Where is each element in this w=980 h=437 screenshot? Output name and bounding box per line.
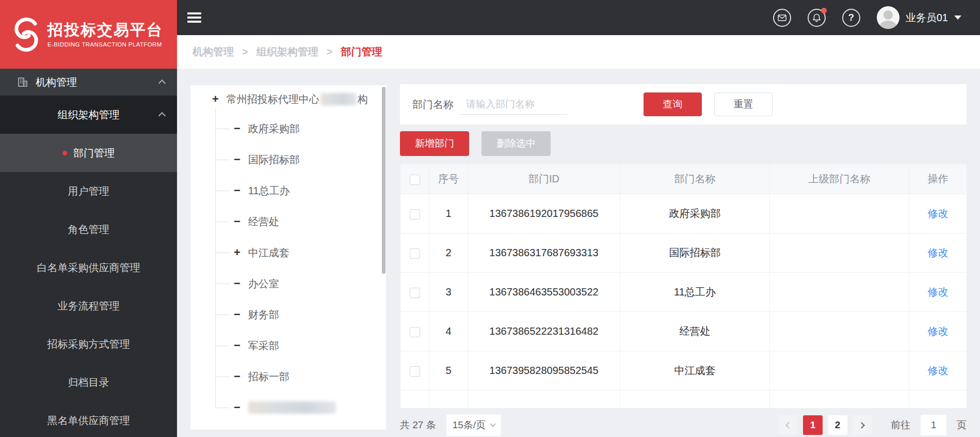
table-row: 41367386522231316482经营处修改 [400, 312, 967, 351]
sidebar-item-label: 用户管理 [68, 184, 109, 198]
tree-root-label-suffix: 构 [358, 92, 368, 106]
tree-root-node[interactable]: + 常州招投标代理中心 构 [190, 85, 386, 113]
tree-scrollbar[interactable] [382, 87, 385, 274]
goto-page-input[interactable] [921, 415, 946, 435]
sidebar-item-archive-catalog[interactable]: 归档目录 [0, 363, 177, 401]
row-checkbox[interactable] [410, 366, 420, 377]
dept-name-input[interactable] [459, 95, 567, 115]
select-all-checkbox[interactable] [410, 175, 420, 185]
mail-icon[interactable] [773, 9, 791, 27]
collapse-icon[interactable]: − [234, 154, 240, 165]
tree-node[interactable]: −招标一部 [215, 361, 386, 392]
table-body: 11367386192017956865政府采购部修改2136738631768… [400, 194, 967, 409]
page-button-2[interactable]: 2 [828, 415, 847, 435]
dept-table: 序号 部门ID 部门名称 上级部门名称 操作 11367386192017956… [400, 164, 967, 408]
topbar: ? 业务员01 [177, 0, 980, 35]
brand-logo-icon [12, 15, 40, 54]
row-checkbox[interactable] [410, 327, 420, 337]
tree-node[interactable]: −经营处 [215, 206, 386, 237]
sidebar-item-label: 部门管理 [73, 146, 115, 160]
reset-button[interactable]: 重置 [714, 92, 773, 116]
cell-dept-name: 11总工办 [620, 273, 770, 312]
page-size-select[interactable]: 15条/页 [446, 414, 501, 436]
edit-link[interactable]: 修改 [928, 365, 949, 376]
sidebar-item-label: 角色管理 [68, 223, 109, 237]
sidebar-item-dept-mgmt[interactable]: 部门管理 [0, 134, 177, 172]
edit-link[interactable]: 修改 [928, 208, 949, 219]
col-header-dept-name: 部门名称 [620, 164, 770, 194]
next-page-button[interactable] [853, 415, 872, 435]
sidebar: 机构管理组织架构管理部门管理用户管理角色管理白名单采购供应商管理业务流程管理招标… [0, 69, 177, 437]
sidebar-item-business-flow-mgmt[interactable]: 业务流程管理 [0, 287, 177, 325]
sidebar-item-label: 白名单采购供应商管理 [37, 261, 140, 275]
collapse-icon[interactable]: − [234, 309, 240, 320]
cell-dept-name: 国际招标部 [620, 233, 770, 273]
chevron-up-icon [158, 80, 166, 87]
page-numbers: 12 [803, 415, 847, 435]
collapse-icon[interactable]: − [234, 278, 240, 289]
sidebar-item-org-mgmt[interactable]: 机构管理 [0, 69, 177, 96]
breadcrumb-separator: > [327, 46, 333, 58]
tree-node[interactable]: +中江成套 [215, 237, 386, 268]
redacted-text [248, 401, 336, 414]
table-row: 3136738646355300352211总工办修改 [400, 273, 967, 312]
row-checkbox[interactable] [410, 209, 420, 220]
edit-link[interactable]: 修改 [928, 325, 949, 337]
tree-node[interactable]: − [215, 392, 386, 423]
tree-node[interactable]: −军采部 [215, 330, 386, 361]
sidebar-item-org-structure-mgmt[interactable]: 组织架构管理 [0, 96, 177, 134]
collapse-icon[interactable]: − [234, 371, 240, 382]
prev-page-button[interactable] [778, 415, 798, 435]
tree-node[interactable]: −政府采购部 [215, 113, 386, 144]
delete-selected-button[interactable]: 删除选中 [481, 131, 551, 156]
user-menu[interactable]: 业务员01 [877, 6, 961, 29]
collapse-icon[interactable]: − [234, 216, 240, 227]
collapse-icon[interactable]: − [234, 402, 240, 413]
cell-parent-dept [770, 194, 909, 233]
edit-link[interactable]: 修改 [928, 286, 949, 298]
sidebar-item-role-mgmt[interactable]: 角色管理 [0, 210, 177, 248]
cell-parent-dept [770, 312, 909, 351]
tree-node-label: 政府采购部 [248, 122, 300, 136]
tree-node[interactable]: −办公室 [215, 268, 386, 299]
pager: 12 前往 页 [778, 415, 967, 435]
collapse-icon[interactable]: − [234, 185, 240, 196]
tree-node[interactable]: −财务部 [215, 299, 386, 330]
page-button-1[interactable]: 1 [803, 415, 823, 435]
sidebar-item-user-mgmt[interactable]: 用户管理 [0, 172, 177, 210]
table-row: 51367395828095852545中江成套修改 [400, 351, 967, 391]
redacted-text [320, 93, 357, 105]
breadcrumb-item-org-structure[interactable]: 组织架构管理 [256, 45, 318, 59]
chevron-left-icon [785, 422, 792, 429]
expand-icon[interactable]: + [212, 93, 219, 105]
tree-node-label: 招标一部 [248, 370, 290, 384]
edit-link[interactable]: 修改 [928, 247, 949, 258]
avatar [877, 6, 899, 29]
sidebar-item-label: 机构管理 [36, 75, 77, 89]
help-icon[interactable]: ? [842, 9, 860, 27]
sidebar-item-bid-method-mgmt[interactable]: 招标采购方式管理 [0, 325, 177, 363]
chevron-up-icon [158, 112, 166, 119]
add-dept-button[interactable]: 新增部门 [400, 131, 469, 156]
tree-node[interactable]: −11总工办 [215, 175, 386, 206]
breadcrumb: 机构管理 > 组织架构管理 > 部门管理 [177, 35, 980, 69]
collapse-icon[interactable]: − [234, 123, 240, 134]
row-checkbox[interactable] [410, 248, 420, 259]
breadcrumb-item-org-mgmt[interactable]: 机构管理 [192, 45, 234, 59]
tree-root-label: 常州招投标代理中心 [227, 92, 319, 106]
notification-bell-icon[interactable] [808, 9, 826, 27]
page-size-value: 15条/页 [453, 418, 486, 432]
row-checkbox[interactable] [410, 288, 420, 298]
col-header-actions: 操作 [909, 164, 967, 194]
collapse-icon[interactable]: − [234, 340, 240, 351]
sidebar-item-blacklist-supplier-mgmt[interactable]: 黑名单供应商管理 [0, 401, 177, 437]
user-name: 业务员01 [906, 11, 948, 25]
expand-icon[interactable]: + [234, 247, 240, 258]
search-button[interactable]: 查询 [644, 92, 702, 116]
total-count: 共 27 条 [400, 418, 436, 432]
menu-toggle-icon[interactable] [187, 10, 201, 25]
goto-label: 前往 [891, 418, 910, 432]
tree-children: −政府采购部−国际招标部−11总工办−经营处+中江成套−办公室−财务部−军采部−… [215, 113, 386, 423]
tree-node[interactable]: −国际招标部 [215, 144, 386, 175]
sidebar-item-whitelist-supplier-mgmt[interactable]: 白名单采购供应商管理 [0, 248, 177, 287]
